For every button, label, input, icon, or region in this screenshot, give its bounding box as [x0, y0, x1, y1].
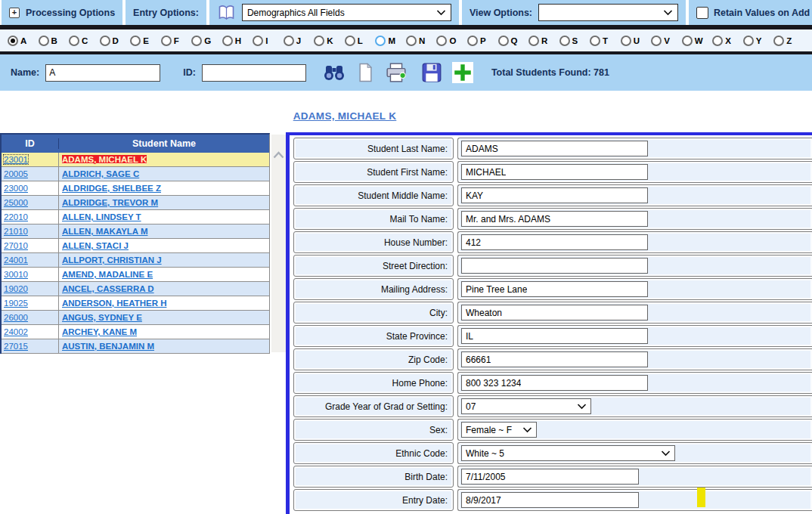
radio-icon[interactable]: [222, 36, 233, 46]
field-input[interactable]: [461, 258, 648, 274]
radio-icon[interactable]: [712, 36, 723, 46]
student-name-link[interactable]: AUSTIN, BENJAMIN M: [62, 342, 154, 351]
radio-icon[interactable]: [130, 36, 141, 46]
processing-options-button[interactable]: + Processing Options: [2, 0, 122, 25]
radio-icon[interactable]: [651, 36, 662, 46]
alphabet-option-Y[interactable]: Y: [743, 36, 774, 46]
table-row[interactable]: 27010 ALLEN, STACI J: [2, 239, 269, 253]
radio-icon[interactable]: [528, 36, 539, 46]
selected-student-link[interactable]: ADAMS, MICHAEL K: [293, 110, 397, 122]
alphabet-option-J[interactable]: J: [284, 36, 315, 46]
table-row[interactable]: 24002 ARCHEY, KANE M: [2, 325, 269, 339]
alphabet-option-G[interactable]: G: [191, 36, 222, 46]
student-name-link[interactable]: ADAMS, MICHAEL K: [62, 155, 147, 164]
view-options-dropdown[interactable]: [538, 4, 678, 21]
radio-icon[interactable]: [191, 36, 202, 46]
radio-icon[interactable]: [69, 36, 79, 46]
field-input[interactable]: 412: [461, 234, 648, 250]
student-id-link[interactable]: 30010: [4, 270, 28, 279]
scroll-up-icon[interactable]: [273, 151, 284, 159]
add-icon[interactable]: [452, 62, 473, 83]
radio-icon[interactable]: [590, 36, 600, 46]
student-id-link[interactable]: 25000: [4, 198, 28, 207]
alphabet-option-O[interactable]: O: [436, 36, 467, 46]
field-input[interactable]: ADAMS: [461, 141, 648, 156]
radio-icon[interactable]: [100, 36, 110, 46]
alphabet-option-K[interactable]: K: [314, 36, 345, 46]
find-icon[interactable]: [323, 63, 346, 82]
student-id-link[interactable]: 24002: [4, 327, 28, 336]
id-search-input[interactable]: [202, 64, 306, 82]
alphabet-option-S[interactable]: S: [559, 36, 590, 46]
table-row[interactable]: 23001 ADAMS, MICHAEL K: [2, 153, 269, 167]
table-row[interactable]: 20005 ALDRICH, SAGE C: [2, 167, 269, 181]
radio-icon[interactable]: [406, 36, 417, 46]
student-name-link[interactable]: ALDRIDGE, TREVOR M: [62, 198, 158, 207]
field-input[interactable]: Female ~ F: [461, 422, 537, 438]
alphabet-option-F[interactable]: F: [161, 36, 192, 46]
radio-icon[interactable]: [345, 36, 355, 46]
student-name-link[interactable]: ALLEN, MAKAYLA M: [62, 227, 148, 236]
new-document-icon[interactable]: [358, 63, 373, 82]
radio-icon[interactable]: [621, 36, 631, 46]
student-name-link[interactable]: AMEND, MADALINE E: [62, 270, 153, 279]
table-row[interactable]: 21010 ALLEN, MAKAYLA M: [2, 224, 269, 239]
alphabet-option-W[interactable]: W: [682, 36, 713, 46]
table-row[interactable]: 26000 ANGUS, SYDNEY E: [2, 311, 269, 325]
field-input[interactable]: 66661: [461, 351, 648, 367]
radio-icon[interactable]: [253, 36, 263, 46]
student-name-link[interactable]: ALLPORT, CHRISTIAN J: [62, 255, 162, 265]
alphabet-option-L[interactable]: L: [345, 36, 376, 46]
student-id-link[interactable]: 20005: [4, 169, 28, 178]
field-input[interactable]: IL: [461, 328, 648, 344]
alphabet-option-N[interactable]: N: [406, 36, 437, 46]
radio-icon[interactable]: [743, 36, 754, 46]
radio-icon[interactable]: [773, 36, 784, 46]
save-icon[interactable]: [422, 63, 442, 82]
student-name-link[interactable]: ARCHEY, KANE M: [62, 327, 137, 336]
expand-plus-icon[interactable]: +: [9, 8, 20, 18]
field-input[interactable]: 7/11/2005: [461, 469, 639, 485]
alphabet-option-Q[interactable]: Q: [498, 36, 529, 46]
radio-icon[interactable]: [39, 36, 49, 46]
student-name-link[interactable]: ALLEN, LINDSEY T: [62, 212, 141, 221]
student-id-link[interactable]: 23001: [4, 155, 28, 164]
alphabet-option-U[interactable]: U: [621, 36, 652, 46]
name-search-input[interactable]: [45, 64, 160, 82]
student-id-link[interactable]: 27015: [4, 342, 28, 351]
table-row[interactable]: 22010 ALLEN, LINDSEY T: [2, 210, 269, 224]
student-id-link[interactable]: 19025: [4, 299, 28, 308]
print-icon[interactable]: [386, 63, 407, 82]
radio-icon[interactable]: [682, 36, 693, 46]
radio-icon[interactable]: [284, 36, 294, 46]
alphabet-option-P[interactable]: P: [467, 36, 498, 46]
field-input[interactable]: KAY: [461, 187, 648, 203]
alphabet-option-B[interactable]: B: [39, 36, 70, 46]
alphabet-option-C[interactable]: C: [69, 36, 100, 46]
radio-icon[interactable]: [467, 36, 478, 46]
table-row[interactable]: 19025 ANDERSON, HEATHER H: [2, 296, 269, 311]
alphabet-option-H[interactable]: H: [222, 36, 253, 46]
student-id-link[interactable]: 27010: [4, 241, 28, 250]
field-input[interactable]: Mr. and Mrs. ADAMS: [461, 211, 648, 227]
retain-values-checkbox[interactable]: [696, 7, 708, 19]
field-input[interactable]: White ~ 5: [461, 445, 675, 461]
field-input[interactable]: 800 323 1234: [461, 375, 648, 391]
table-row[interactable]: 19020 ANCEL, CASSERRA D: [2, 282, 269, 296]
alphabet-option-A[interactable]: A: [8, 36, 39, 46]
alphabet-option-I[interactable]: I: [253, 36, 284, 46]
student-id-link[interactable]: 26000: [4, 313, 28, 322]
student-id-link[interactable]: 23000: [4, 184, 28, 193]
student-id-link[interactable]: 22010: [4, 212, 28, 221]
book-icon[interactable]: [217, 4, 236, 22]
field-input[interactable]: MICHAEL: [461, 164, 648, 180]
alphabet-option-D[interactable]: D: [100, 36, 131, 46]
radio-icon[interactable]: [498, 36, 509, 46]
alphabet-option-Z[interactable]: Z: [773, 36, 804, 46]
student-name-link[interactable]: ANDERSON, HEATHER H: [62, 299, 166, 308]
radio-icon[interactable]: [375, 36, 386, 46]
entry-options-dropdown[interactable]: Demographics All Fields: [242, 4, 451, 21]
student-id-link[interactable]: 24001: [4, 255, 28, 265]
alphabet-option-T[interactable]: T: [590, 36, 621, 46]
field-input[interactable]: 07: [461, 398, 591, 414]
